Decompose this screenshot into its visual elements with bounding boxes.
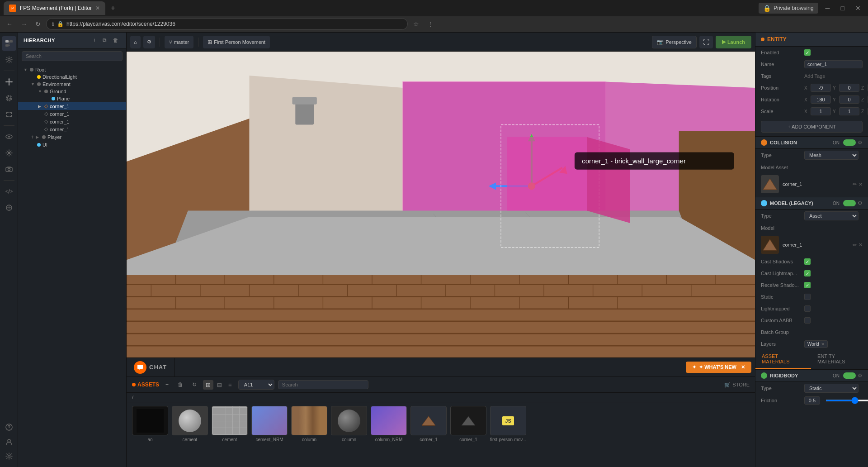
toolbar-scale-btn[interactable] bbox=[2, 107, 16, 122]
rot-y-input[interactable] bbox=[839, 95, 859, 104]
toolbar-eye-btn[interactable] bbox=[2, 129, 16, 144]
tree-arrow-env[interactable]: ▼ bbox=[31, 82, 35, 86]
name-input[interactable] bbox=[804, 60, 863, 68]
model-legacy-header[interactable]: MODEL (LEGACY) ON ⚙ bbox=[755, 197, 868, 210]
rigidbody-toggle[interactable] bbox=[843, 372, 856, 379]
tree-item-corner1-4[interactable]: ▶ ◇ corner_1 bbox=[18, 125, 126, 133]
tree-item-corner1-2[interactable]: ▶ ◇ corner_1 bbox=[18, 110, 126, 118]
details-view-btn[interactable]: ≡ bbox=[226, 380, 235, 390]
asset-item-cement1[interactable]: cement bbox=[172, 406, 208, 463]
launch-btn[interactable]: ▶ Launch bbox=[716, 36, 751, 48]
entity-materials-tab[interactable]: ENTITY MATERIALS bbox=[811, 350, 868, 369]
tree-item-corner1-3[interactable]: ▶ ◇ corner_1 bbox=[18, 118, 126, 125]
scale-x-input[interactable] bbox=[811, 107, 831, 115]
grid-view-btn[interactable]: ⊞ bbox=[203, 380, 213, 390]
model-edit-btn[interactable]: ✏ bbox=[853, 242, 857, 248]
rigidbody-settings-icon[interactable]: ⚙ bbox=[858, 372, 863, 379]
toolbar-settings-btn[interactable] bbox=[2, 52, 16, 67]
collision-edit-btn[interactable]: ✏ bbox=[853, 181, 857, 187]
home-scene-btn[interactable]: ⌂ bbox=[130, 36, 141, 48]
asset-item-cement-nrm[interactable]: cement_NRM bbox=[251, 406, 288, 463]
asset-item-column2[interactable]: column bbox=[331, 406, 367, 463]
toolbar-hierarchy-btn[interactable] bbox=[2, 36, 16, 51]
asset-item-column-nrm[interactable]: column_NRM bbox=[371, 406, 407, 463]
model-type-select[interactable]: Asset bbox=[804, 211, 859, 220]
hierarchy-search-input[interactable] bbox=[22, 51, 123, 61]
assets-search-input[interactable] bbox=[278, 380, 368, 389]
add-tags-btn[interactable]: Add Tags bbox=[804, 73, 863, 79]
toolbar-translate-btn[interactable] bbox=[2, 75, 16, 89]
pos-y-input[interactable] bbox=[839, 84, 859, 92]
tree-item-ui[interactable]: ▶ UI bbox=[18, 141, 126, 148]
custom-aabb-checkbox[interactable] bbox=[804, 317, 811, 324]
cast-lightmap-checkbox[interactable]: ✓ bbox=[804, 270, 811, 276]
asset-item-column1[interactable]: column bbox=[291, 406, 327, 463]
hierarchy-delete-btn[interactable]: 🗑 bbox=[111, 36, 121, 44]
world-layer-close[interactable]: ✕ bbox=[821, 342, 825, 347]
list-view-btn[interactable]: ⊟ bbox=[214, 380, 225, 390]
model-toggle[interactable] bbox=[843, 200, 856, 206]
lightmapped-checkbox[interactable] bbox=[804, 305, 811, 312]
rot-x-input[interactable] bbox=[811, 95, 831, 104]
tree-item-root[interactable]: ▼ Root bbox=[18, 66, 126, 73]
friction-value-input[interactable] bbox=[804, 396, 820, 405]
asset-item-corner1-model[interactable]: corner_1 bbox=[410, 406, 447, 463]
tree-item-ground[interactable]: ▼ Ground bbox=[18, 88, 126, 95]
chat-tab[interactable]: CHAT bbox=[127, 358, 175, 376]
asset-item-js[interactable]: JS first-person-mov... bbox=[490, 406, 526, 463]
scene-name-btn[interactable]: ⊞ First Person Movement bbox=[203, 36, 270, 48]
scale-y-input[interactable] bbox=[839, 107, 859, 115]
assets-add-btn[interactable]: + bbox=[163, 381, 171, 389]
tree-arrow-player[interactable]: ▶ bbox=[36, 135, 40, 139]
toolbar-light-btn[interactable] bbox=[2, 146, 16, 160]
toolbar-camera-btn[interactable] bbox=[2, 162, 16, 176]
hierarchy-copy-btn[interactable]: ⧉ bbox=[100, 36, 109, 44]
cast-shadows-checkbox[interactable]: ✓ bbox=[804, 258, 811, 265]
collision-type-select[interactable]: Mesh bbox=[804, 151, 859, 160]
toolbar-physics-btn[interactable] bbox=[2, 200, 16, 215]
asset-item-cement2[interactable]: cement bbox=[212, 406, 248, 463]
assets-delete-btn[interactable]: 🗑 bbox=[175, 381, 186, 389]
static-checkbox[interactable] bbox=[804, 294, 811, 300]
collision-toggle[interactable] bbox=[843, 139, 856, 146]
toolbar-settings2-btn[interactable] bbox=[2, 449, 16, 463]
rigidbody-type-select[interactable]: Static bbox=[804, 384, 859, 393]
collision-remove-btn[interactable]: ✕ bbox=[859, 181, 863, 187]
nav-refresh-btn[interactable]: ↻ bbox=[33, 19, 43, 29]
toolbar-rotate-btn[interactable] bbox=[2, 91, 16, 105]
asset-item-ao[interactable]: ao bbox=[132, 406, 168, 463]
close-window-btn[interactable]: ✕ bbox=[852, 3, 864, 14]
friction-slider[interactable] bbox=[826, 400, 868, 401]
nav-forward-btn[interactable]: → bbox=[18, 19, 30, 29]
add-component-btn[interactable]: + ADD COMPONENT bbox=[761, 121, 863, 133]
toolbar-account-btn[interactable] bbox=[2, 434, 16, 449]
tree-item-corner1-selected[interactable]: ▶ ◇ corner_1 bbox=[18, 102, 126, 110]
tree-item-environment[interactable]: ▼ Environment bbox=[18, 81, 126, 88]
scene-settings-btn[interactable]: ⚙ bbox=[143, 36, 155, 48]
enabled-checkbox[interactable]: ✓ bbox=[804, 49, 811, 56]
minimize-btn[interactable]: ─ bbox=[822, 3, 834, 14]
tree-item-player[interactable]: + ▶ Player bbox=[18, 133, 126, 141]
assets-refresh-btn[interactable]: ↻ bbox=[189, 381, 199, 389]
tree-item-plane[interactable]: ▶ Plane bbox=[18, 95, 126, 102]
whats-new-btn[interactable]: ✦ ✦ WHAT'S NEW ✕ bbox=[686, 362, 751, 373]
bookmark-btn[interactable]: ☆ bbox=[410, 19, 422, 29]
collision-component-header[interactable]: COLLISION ON ⚙ bbox=[755, 136, 868, 149]
browser-tab-active[interactable]: P FPS Movement (Fork) | Editor ✕ bbox=[4, 1, 105, 15]
perspective-btn[interactable]: 📷 Perspective bbox=[652, 36, 696, 48]
tree-arrow-corner1[interactable]: ▶ bbox=[38, 104, 42, 109]
toolbar-help-btn[interactable] bbox=[2, 420, 16, 434]
tree-arrow-root[interactable]: ▼ bbox=[24, 67, 28, 72]
browser-menu-btn[interactable]: ⋮ bbox=[425, 19, 436, 29]
model-remove-btn[interactable]: ✕ bbox=[859, 242, 863, 248]
nav-back-btn[interactable]: ← bbox=[4, 19, 15, 29]
viewport-3d[interactable]: corner_1 - brick_wall_large_corner bbox=[127, 52, 755, 357]
maximize-btn[interactable]: □ bbox=[837, 3, 848, 14]
tab-close-btn[interactable]: ✕ bbox=[95, 5, 100, 11]
tree-item-directionallight[interactable]: ▶ DirectionalLight bbox=[18, 73, 126, 81]
hierarchy-add-btn[interactable]: + bbox=[91, 36, 99, 44]
collision-settings-icon[interactable]: ⚙ bbox=[858, 139, 863, 146]
toolbar-code-btn[interactable] bbox=[2, 184, 16, 199]
new-tab-btn[interactable]: + bbox=[107, 2, 118, 14]
asset-item-corner1-dark[interactable]: corner_1 bbox=[450, 406, 486, 463]
